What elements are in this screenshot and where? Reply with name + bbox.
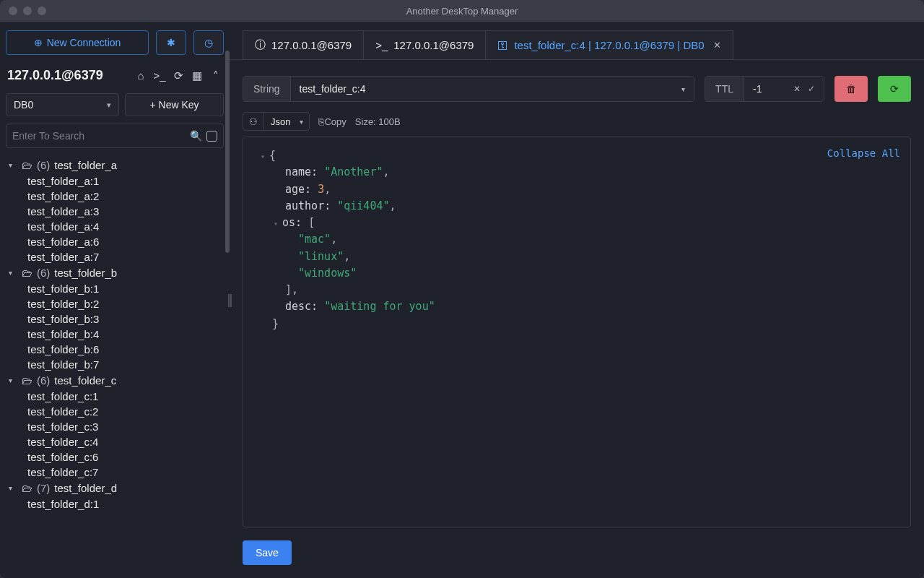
folder-open-icon: 🗁 [22, 159, 32, 171]
window-title: Another DeskTop Manager [0, 6, 924, 17]
folder-open-icon: 🗁 [22, 267, 32, 279]
titlebar: Another DeskTop Manager [0, 0, 924, 22]
new-key-button[interactable]: + New Key [125, 93, 224, 116]
format-value: Json [271, 116, 290, 127]
tree-key-item[interactable]: test_folder_a:4 [6, 219, 224, 234]
plus-icon: + [149, 99, 155, 111]
info-icon: ⓘ [255, 38, 266, 52]
refresh-icon[interactable]: ⟳ [172, 69, 185, 82]
tree-key-item[interactable]: test_folder_d:1 [6, 496, 224, 512]
key-name-value: test_folder_c:4 [300, 83, 366, 95]
json-viewer[interactable]: Collapse All ▾{name: "Another",age: 3,au… [243, 137, 911, 527]
folder-open-icon: 🗁 [22, 482, 32, 494]
tree-icon: ⚇ [243, 113, 263, 130]
search-input-wrapper: 🔍 [6, 124, 224, 148]
tree-key-item[interactable]: test_folder_c:2 [6, 404, 224, 419]
chevron-down-icon: ▾ [9, 269, 17, 277]
folder-count: (6) [37, 159, 50, 171]
connection-title: 127.0.0.1@6379 [7, 68, 128, 83]
tab[interactable]: ⓘ 127.0.0.1@6379 [243, 30, 364, 59]
tree-folder[interactable]: ▾ 🗁 (6) test_folder_b [6, 264, 224, 281]
tree-key-item[interactable]: test_folder_a:3 [6, 204, 224, 219]
tree-key-item[interactable]: test_folder_c:3 [6, 419, 224, 434]
home-icon[interactable]: ⌂ [134, 69, 147, 82]
tree-key-item[interactable]: test_folder_b:6 [6, 342, 224, 357]
close-window-icon[interactable] [9, 7, 17, 15]
reload-icon: ⟳ [890, 83, 899, 95]
collapse-all-button[interactable]: Collapse All [827, 146, 900, 162]
split-drag-handle[interactable]: ‖ [227, 292, 230, 308]
tree-key-item[interactable]: test_folder_b:3 [6, 311, 224, 327]
tree-key-item[interactable]: test_folder_c:4 [6, 434, 224, 449]
format-select[interactable]: ⚇ Json [243, 112, 310, 131]
refresh-key-button[interactable]: ⟳ [878, 76, 911, 102]
history-button[interactable]: ◷ [193, 30, 224, 55]
main-panel: ‖ ⓘ 127.0.0.1@6379>_ 127.0.0.1@6379⚿ tes… [230, 22, 924, 578]
tree-folder[interactable]: ▾ 🗁 (6) test_folder_a [6, 157, 224, 173]
save-button[interactable]: Save [243, 540, 292, 565]
tree-key-item[interactable]: test_folder_c:6 [6, 449, 224, 465]
chevron-down-icon: ▾ [681, 85, 685, 93]
new-key-label: New Key [159, 99, 199, 111]
settings-button[interactable]: ✱ [156, 30, 186, 55]
db-select[interactable]: DB0 [6, 93, 119, 116]
exact-match-checkbox[interactable] [206, 131, 217, 142]
folder-count: (7) [37, 482, 50, 494]
collapse-sidebar-icon[interactable]: ˄ [209, 69, 222, 82]
folder-name: test_folder_d [54, 482, 117, 494]
new-connection-button[interactable]: ⊕ New Connection [6, 30, 149, 55]
tree-key-item[interactable]: test_folder_b:1 [6, 281, 224, 296]
clear-ttl-icon[interactable]: ✕ [793, 84, 801, 94]
tree-key-item[interactable]: test_folder_b:7 [6, 357, 224, 372]
db-selected-label: DB0 [14, 99, 33, 111]
chevron-down-icon: ▾ [9, 161, 17, 169]
key-icon: ⚿ [497, 39, 508, 51]
tree-key-item[interactable]: test_folder_c:7 [6, 465, 224, 480]
tabs: ⓘ 127.0.0.1@6379>_ 127.0.0.1@6379⚿ test_… [243, 30, 911, 59]
size-info: Size: 100B [355, 116, 401, 127]
grid-icon[interactable]: ▦ [191, 69, 204, 82]
tree-folder[interactable]: ▾ 🗁 (6) test_folder_c [6, 372, 224, 389]
clock-icon: ◷ [204, 37, 213, 48]
tree-key-item[interactable]: test_folder_b:4 [6, 327, 224, 342]
tree-key-item[interactable]: test_folder_a:7 [6, 249, 224, 264]
new-connection-label: New Connection [47, 37, 121, 48]
copy-button[interactable]: ⎘Copy [318, 116, 346, 127]
tree-key-item[interactable]: test_folder_b:2 [6, 296, 224, 311]
tab-label: 127.0.0.1@6379 [271, 39, 352, 51]
tab-label: 127.0.0.1@6379 [393, 39, 474, 51]
gear-icon: ✱ [167, 37, 175, 48]
copy-label: Copy [324, 116, 346, 127]
chevron-down-icon: ▾ [9, 376, 17, 384]
folder-open-icon: 🗁 [22, 374, 32, 387]
tab-label: test_folder_c:4 | 127.0.0.1@6379 | DB0 [514, 39, 704, 51]
key-tree: ▾ 🗁 (6) test_folder_atest_folder_a:1test… [6, 157, 224, 578]
folder-name: test_folder_c [54, 374, 116, 387]
tree-key-item[interactable]: test_folder_a:1 [6, 173, 224, 189]
terminal-icon[interactable]: >_ [153, 69, 166, 82]
ttl-input[interactable]: -1 ✕ ✓ [744, 77, 824, 101]
tree-key-item[interactable]: test_folder_a:6 [6, 234, 224, 249]
plus-circle-icon: ⊕ [34, 37, 43, 48]
folder-count: (6) [37, 267, 50, 279]
tree-key-item[interactable]: test_folder_a:2 [6, 189, 224, 204]
tree-folder[interactable]: ▾ 🗁 (7) test_folder_d [6, 480, 224, 496]
search-icon[interactable]: 🔍 [190, 130, 202, 142]
confirm-ttl-icon[interactable]: ✓ [808, 84, 815, 94]
tab[interactable]: >_ 127.0.0.1@6379 [363, 30, 486, 59]
ttl-value: -1 [753, 83, 762, 95]
key-name-input[interactable]: test_folder_c:4 ▾ [291, 77, 694, 101]
maximize-window-icon[interactable] [38, 7, 46, 15]
minimize-window-icon[interactable] [23, 7, 32, 15]
delete-key-button[interactable]: 🗑 [834, 76, 868, 102]
search-input[interactable] [12, 130, 186, 142]
tab[interactable]: ⚿ test_folder_c:4 | 127.0.0.1@6379 | DB0… [485, 30, 733, 59]
ttl-label: TTL [705, 77, 744, 101]
close-tab-icon[interactable]: ✕ [713, 40, 721, 51]
terminal-icon: >_ [375, 39, 388, 51]
key-name-field: String test_folder_c:4 ▾ [243, 76, 694, 102]
chevron-down-icon: ▾ [9, 484, 17, 492]
folder-name: test_folder_b [54, 267, 117, 279]
tree-key-item[interactable]: test_folder_c:1 [6, 389, 224, 404]
key-type-label: String [243, 77, 291, 101]
